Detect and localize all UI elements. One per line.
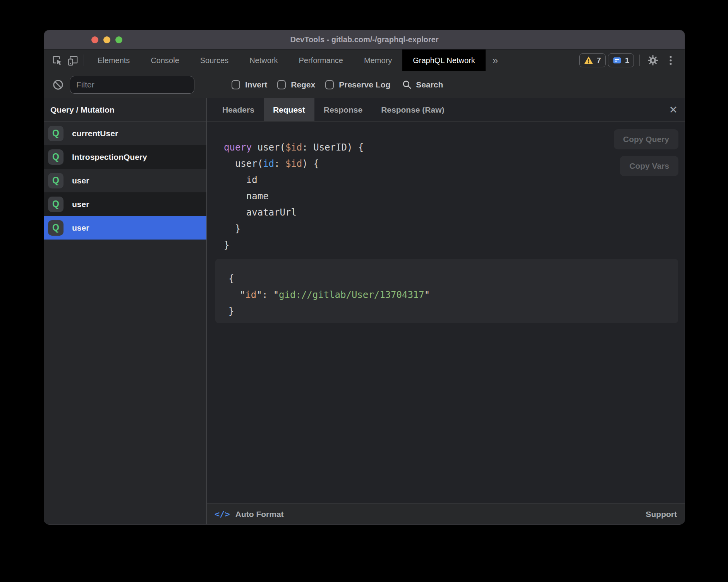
issues-count: 1: [625, 56, 629, 65]
tab-elements[interactable]: Elements: [87, 50, 140, 71]
preserve-log-checkbox-group[interactable]: Preserve Log: [325, 80, 390, 89]
close-window-button[interactable]: [91, 36, 98, 43]
copy-buttons: Copy Query Copy Vars: [614, 129, 678, 176]
query-item-currentuser[interactable]: Q currentUser: [44, 122, 206, 145]
tab-graphql-network[interactable]: GraphQL Network: [402, 50, 485, 71]
support-link[interactable]: Support: [646, 510, 677, 519]
window-title: DevTools - gitlab.com/-/graphql-explorer: [290, 35, 438, 44]
query-list-panel: Query / Mutation Q currentUser Q Introsp…: [44, 98, 207, 524]
inspect-cursor-icon: [52, 55, 63, 66]
copy-vars-button[interactable]: Copy Vars: [620, 156, 678, 176]
close-detail-icon[interactable]: ✕: [669, 98, 678, 121]
regex-label: Regex: [291, 80, 315, 89]
tabbar-right-controls: 7 1: [579, 50, 685, 71]
invert-checkbox[interactable]: [232, 80, 240, 89]
query-item-label: IntrospectionQuery: [72, 152, 147, 162]
copy-query-button[interactable]: Copy Query: [614, 129, 678, 149]
query-item-label: user: [72, 223, 89, 233]
more-tabs-button[interactable]: »: [486, 50, 505, 71]
query-item-user-1[interactable]: Q user: [44, 169, 206, 192]
auto-format-icon: </>: [215, 509, 230, 519]
clear-log-button[interactable]: [50, 79, 66, 91]
devtools-window: DevTools - gitlab.com/-/graphql-explorer…: [44, 30, 685, 525]
query-type-badge: Q: [48, 197, 64, 212]
query-item-user-2[interactable]: Q user: [44, 192, 206, 216]
search-label: Search: [416, 80, 443, 89]
warning-triangle-icon: [584, 56, 593, 65]
title-bar: DevTools - gitlab.com/-/graphql-explorer: [44, 30, 685, 50]
inspect-element-button[interactable]: [50, 50, 65, 71]
gear-icon: [647, 55, 659, 66]
graphql-query-code: query user($id: UserID) { user(id: $id) …: [224, 139, 364, 253]
toolbar-divider: [84, 55, 84, 66]
devtools-tab-bar: Elements Console Sources Network Perform…: [44, 50, 685, 71]
badge-divider: [639, 55, 640, 66]
tab-sources[interactable]: Sources: [190, 50, 239, 71]
invert-label: Invert: [245, 80, 267, 89]
request-content: query user($id: UserID) { user(id: $id) …: [207, 122, 685, 503]
maximize-window-button[interactable]: [115, 36, 122, 43]
query-item-label: user: [72, 200, 89, 209]
query-list-header: Query / Mutation: [44, 98, 206, 122]
preserve-log-checkbox[interactable]: [325, 80, 334, 89]
filter-toolbar: Invert Regex Preserve Log Search: [44, 71, 685, 98]
settings-gear-button[interactable]: [645, 55, 661, 66]
issues-message-icon: [613, 56, 622, 65]
query-type-badge: Q: [48, 173, 64, 188]
tab-console[interactable]: Console: [140, 50, 189, 71]
regex-checkbox-group[interactable]: Regex: [277, 80, 315, 89]
tab-performance[interactable]: Performance: [288, 50, 354, 71]
detail-tab-bar: Headers Request Response Response (Raw) …: [207, 98, 685, 122]
issues-badge[interactable]: 1: [608, 53, 634, 67]
query-item-label: currentUser: [72, 129, 118, 138]
query-item-introspectionquery[interactable]: Q IntrospectionQuery: [44, 145, 206, 169]
query-type-badge: Q: [48, 126, 64, 141]
tab-headers[interactable]: Headers: [213, 98, 264, 121]
window-controls: [91, 30, 122, 49]
warning-count: 7: [597, 56, 601, 65]
tab-response-raw[interactable]: Response (Raw): [372, 98, 453, 121]
search-icon: [402, 80, 412, 90]
tab-network[interactable]: Network: [239, 50, 288, 71]
device-toolbar-button[interactable]: [65, 50, 81, 71]
regex-checkbox[interactable]: [277, 80, 286, 89]
device-toolbar-icon: [68, 55, 78, 66]
kebab-menu-button[interactable]: [663, 55, 678, 66]
invert-checkbox-group[interactable]: Invert: [232, 80, 267, 89]
auto-format-button[interactable]: Auto Format: [235, 510, 284, 519]
tab-response[interactable]: Response: [314, 98, 372, 121]
warnings-badge[interactable]: 7: [579, 53, 606, 67]
query-type-badge: Q: [48, 220, 64, 236]
query-item-user-3-selected[interactable]: Q user: [44, 216, 206, 240]
query-type-badge: Q: [48, 149, 64, 165]
tab-memory[interactable]: Memory: [354, 50, 402, 71]
detail-footer: </> Auto Format Support: [207, 503, 685, 524]
vertical-dots-icon: [666, 55, 675, 66]
tab-request[interactable]: Request: [264, 98, 314, 121]
block-circle-icon: [52, 79, 64, 91]
filter-input[interactable]: [70, 76, 194, 94]
request-detail-panel: Headers Request Response Response (Raw) …: [207, 98, 685, 524]
search-button[interactable]: Search: [402, 80, 443, 90]
query-variables-box: { "id": "gid://gitlab/User/13704317"}: [215, 259, 678, 323]
main-content: Query / Mutation Q currentUser Q Introsp…: [44, 98, 685, 524]
query-item-label: user: [72, 176, 89, 185]
minimize-window-button[interactable]: [103, 36, 110, 43]
preserve-log-label: Preserve Log: [339, 80, 390, 89]
